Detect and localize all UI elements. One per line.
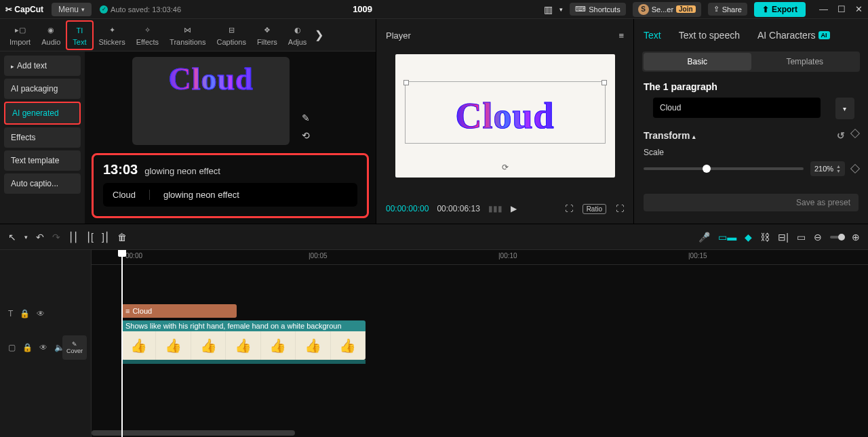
keyframe-icon[interactable] [850,129,860,138]
thumb-text: Cloud [168,61,253,97]
layout-icon[interactable]: ▥ [544,4,553,15]
mic-icon[interactable]: 🎤 [698,232,710,243]
scale-slider[interactable] [644,167,804,170]
close-icon[interactable]: ✕ [855,4,863,14]
horizontal-scrollbar[interactable] [92,430,868,436]
sub-tab-basic[interactable]: Basic [644,53,751,70]
crop-icon[interactable]: ⛶ [565,204,573,213]
sidebar-item-effects[interactable]: Effects [4,127,81,148]
transform-heading[interactable]: Transform ▴ [644,130,696,141]
sidebar-item-ai-generated[interactable]: AI generated [4,102,81,125]
inspector-tab-tts[interactable]: Text to speech [679,30,740,41]
fullscreen-icon[interactable]: ⛶ [616,204,624,213]
gen-text-field[interactable]: Cloud [113,190,136,200]
timecode-duration: 00:00:06:13 [437,204,479,213]
tab-captions[interactable]: ⊟Captions [211,22,251,49]
generated-asset-thumb[interactable]: Cloud ✎ ⟲ [132,57,290,145]
project-title: 1009 [181,4,544,14]
zoom-in-icon[interactable]: ⊕ [852,232,860,243]
tab-text[interactable]: TIText [66,20,93,50]
more-tabs-icon[interactable]: ❯ [312,28,326,41]
sidebar-item-add-text[interactable]: ▸Add text [4,56,81,76]
tab-effects[interactable]: ✧Effects [131,22,164,49]
player-title: Player [386,30,411,41]
align-icon[interactable]: ⊟| [778,232,789,243]
reset-icon[interactable]: ↺ [837,130,845,141]
lock-icon[interactable]: 🔒 [22,343,33,352]
sidebar-item-ai-packaging[interactable]: AI packaging [4,79,81,99]
play-button[interactable]: ▶ [511,204,517,213]
sub-tab-templates[interactable]: Templates [751,53,859,70]
tab-transitions[interactable]: ⋈Transitions [164,22,211,49]
gen-style-field[interactable]: glowing neon effect [149,190,239,200]
player-canvas[interactable]: Cloud ⟳ [395,54,615,178]
player-menu-icon[interactable]: ≡ [618,30,624,41]
redo-icon[interactable]: ↷ [52,232,60,243]
eye-icon[interactable]: 👁 [39,343,47,352]
compare-icon[interactable]: ▮▮▮ [488,204,502,213]
split-icon[interactable]: ⎮⎮ [68,232,78,243]
tab-adjust[interactable]: ◐Adjus [283,22,313,49]
maximize-icon[interactable]: ☐ [837,4,846,14]
user-badge[interactable]: S Se...er Join [633,2,701,17]
generation-block: 13:03 glowing neon effect Cloud glowing … [92,153,369,218]
scale-keyframe-icon[interactable] [850,164,860,173]
delete-icon[interactable]: 🗑 [117,232,127,243]
tab-import[interactable]: ▸▢Import [4,22,36,49]
text-content-input[interactable] [653,98,821,118]
captions-icon: ⊟ [225,24,237,37]
shortcuts-button[interactable]: ⌨ Shortcuts [570,3,625,16]
sidebar-item-text-template[interactable]: Text template [4,150,81,171]
text-dropdown-icon[interactable]: ▾ [835,98,854,119]
gen-timestamp: 13:03 [103,162,138,178]
video-thumbnails: 👍👍👍 👍👍👍👍 [121,331,366,360]
text-clip[interactable]: ≡ Cloud [121,304,237,318]
filters-icon: ❖ [261,24,273,37]
effects-icon: ✧ [141,24,153,37]
lock-icon[interactable]: 🔒 [20,309,30,318]
avatar: S [638,4,649,15]
export-button[interactable]: ⬆ Export [754,2,806,17]
video-clip[interactable]: Shows like with his right hand, female h… [121,320,366,364]
eye-icon[interactable]: 👁 [37,309,45,318]
refresh-icon[interactable]: ⟲ [302,130,310,141]
zoom-slider[interactable] [830,236,844,238]
playhead[interactable] [121,250,123,437]
text-clip-icon: ≡ [125,307,130,315]
pointer-tool-icon[interactable]: ↖ [8,232,16,243]
autosave-status: ✓ Auto saved: 13:03:46 [100,5,181,14]
linkage-icon[interactable]: ◆ [745,232,752,243]
tab-stickers[interactable]: ✦Stickers [94,22,131,49]
trim-right-icon[interactable]: ]⎮ [102,232,109,243]
audio-waveform [121,360,366,364]
link-icon[interactable]: ⛓ [760,232,770,243]
trim-left-icon[interactable]: ⎮[ [86,232,94,243]
minimize-icon[interactable]: — [819,4,828,14]
preview-icon[interactable]: ▭ [797,232,806,243]
menu-button[interactable]: Menu▾ [52,3,92,16]
scale-value[interactable]: 210% ▲▼ [810,161,845,176]
undo-icon[interactable]: ↶ [36,232,44,243]
timecode-current: 00:00:00:00 [386,204,429,213]
scale-stepper[interactable]: ▲▼ [836,164,841,173]
edit-icon[interactable]: ✎ [302,112,310,123]
share-button[interactable]: ⇪ Share [708,3,747,16]
tab-audio[interactable]: ◉Audio [36,22,66,49]
timeline-ruler[interactable]: 00:00 |00:05 |00:10 |00:15 [92,250,868,265]
audio-icon: ◉ [45,24,57,37]
tab-filters[interactable]: ❖Filters [252,22,283,49]
timeline-tracks[interactable]: 00:00 |00:05 |00:10 |00:15 ≡ Cloud Shows… [92,250,868,437]
sidebar-item-auto-captions[interactable]: Auto captio... [4,173,81,194]
text-track-icon: T [8,309,13,318]
save-preset-button[interactable]: Save as preset [644,194,859,211]
inspector-tab-text[interactable]: Text [644,30,661,41]
rotate-handle-icon[interactable]: ⟳ [502,163,509,172]
inspector-tab-ai-characters[interactable]: AI CharactersAI [757,30,830,41]
selection-box[interactable] [405,81,606,144]
stickers-icon: ✦ [106,24,118,37]
gen-inputs[interactable]: Cloud glowing neon effect [103,183,357,207]
ratio-button[interactable]: Ratio [583,204,606,214]
magnet-on-icon[interactable]: ▭▬ [718,232,736,243]
cover-button[interactable]: ✎ Cover [62,335,87,360]
zoom-out-icon[interactable]: ⊖ [814,232,822,243]
